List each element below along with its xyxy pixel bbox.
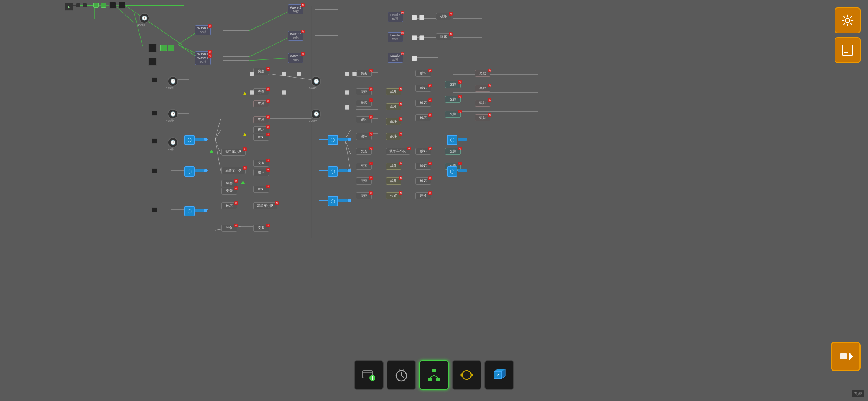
- action-zhuxi-1[interactable]: 突袭 肉: [253, 68, 269, 75]
- action-pojun-1[interactable]: 破坏 肉: [436, 13, 451, 20]
- action-pohuai-m4[interactable]: 破坏 肉: [253, 186, 269, 193]
- action-jiaohuan-1[interactable]: 交换 肉: [445, 81, 461, 88]
- action-pohuai-fr2[interactable]: 破坏 肉: [415, 85, 431, 92]
- action-jiaohuan-2[interactable]: 交换 肉: [445, 96, 461, 103]
- action-jiangli-fr2[interactable]: 奖励 肉: [475, 85, 490, 92]
- action-zhandou-r3[interactable]: 战斗 肉: [386, 118, 401, 125]
- cube-3[interactable]: ⬡: [184, 206, 195, 216]
- watermark-text: 九游: [854, 391, 862, 396]
- action-zhandou-rl1[interactable]: 战斗 肉: [386, 163, 401, 170]
- action-zhuxi-rr2[interactable]: 突袭 肉: [356, 163, 372, 170]
- action-jiangli-2[interactable]: 奖励 肉: [253, 116, 269, 123]
- action-pohuai-r3[interactable]: 破坏 肉: [356, 133, 372, 140]
- cube-2[interactable]: ⬡: [184, 166, 195, 177]
- action-zhuxi-rr3[interactable]: 突袭 肉: [356, 177, 372, 185]
- action-pojun-2[interactable]: 破坏 肉: [436, 33, 451, 40]
- action-zhandou-rl3[interactable]: 位置 肉: [386, 192, 401, 199]
- action-zhuxi-5[interactable]: 突袭 肉: [221, 188, 237, 195]
- action-zhandou-r4[interactable]: 战斗 肉: [386, 133, 401, 140]
- svg-marker-84: [460, 373, 462, 377]
- toolbar-add-button[interactable]: [354, 360, 384, 390]
- action-pohuai-rfl2[interactable]: 破坏 肉: [415, 163, 431, 170]
- wave2-box-1[interactable]: Wave 2 40秒 肉: [288, 4, 303, 14]
- action-right-button[interactable]: [831, 342, 861, 371]
- action-pohuai-rfl1[interactable]: 破坏 肉: [415, 148, 431, 155]
- blue-bar-connector-2: [204, 169, 207, 172]
- action-weizhuang-1[interactable]: 武装车小队 肉: [221, 167, 246, 174]
- action-pohuai-r2[interactable]: 破坏 肉: [356, 116, 372, 123]
- notes-button[interactable]: [835, 37, 861, 63]
- zhuxi-red-4: 肉: [234, 179, 238, 183]
- action-pohuai-rfl3[interactable]: 破坏 肉: [415, 177, 431, 185]
- wave2-box-3[interactable]: Wave 2 50秒 肉: [288, 53, 303, 63]
- action-pohuai-r1[interactable]: 破坏 肉: [356, 100, 372, 107]
- cube-far-right-2[interactable]: ⬡: [447, 166, 457, 177]
- action-zhanzheng-1[interactable]: 战争 肉: [221, 225, 237, 232]
- action-zhandou-rl2[interactable]: 战斗 肉: [386, 177, 401, 185]
- pohuai-fr3: 破坏: [420, 101, 427, 105]
- wave2-box-2[interactable]: Wave 2 60秒 肉: [288, 31, 303, 41]
- cube-far-right-1[interactable]: ⬡: [447, 135, 457, 145]
- zhuxi-rrd-r3: 肉: [369, 176, 373, 180]
- action-zhuxi-3[interactable]: 突袭 肉: [253, 160, 269, 167]
- action-pohuai-m3[interactable]: 破坏 肉: [253, 169, 269, 176]
- cube-right-3[interactable]: ⬡: [328, 196, 338, 206]
- action-zhuxi-rr4[interactable]: 突袭 肉: [356, 192, 372, 199]
- svg-rect-79: [436, 378, 440, 381]
- zhuxi-rr1: 突袭: [361, 149, 367, 153]
- action-zhuxi-r2[interactable]: 突袭 肉: [356, 88, 372, 95]
- action-jiangli-fr3[interactable]: 奖励 肉: [475, 100, 490, 107]
- zhuxi-red-6: 肉: [266, 224, 270, 227]
- leader-box-1[interactable]: Leader 50秒 肉: [388, 12, 403, 22]
- action-zhuxi-r1[interactable]: 突袭 肉: [356, 70, 372, 77]
- action-zhuangjia-r1[interactable]: 装甲车小队 肉: [386, 148, 410, 155]
- action-jiaohuan-3[interactable]: 交换 肉: [445, 111, 461, 118]
- leader-box-3[interactable]: Leader 50秒 肉: [388, 53, 403, 63]
- pohuai-red-m3: 肉: [266, 168, 270, 172]
- action-pohuai-m5[interactable]: 破坏 肉: [221, 202, 237, 209]
- toolbar-refresh-button[interactable]: [452, 360, 481, 390]
- pohuai-red-m5: 肉: [234, 201, 238, 205]
- wave1-box-3[interactable]: Wave 1 50秒 肉: [195, 55, 211, 65]
- action-zhuxi-6[interactable]: 突袭 肉: [253, 225, 269, 232]
- action-weizhuang-2[interactable]: 武装车小队 肉: [253, 202, 277, 209]
- bn-2: [152, 111, 157, 116]
- action-jiangli-fr4[interactable]: 奖励 肉: [475, 114, 490, 121]
- play-button[interactable]: ▶: [65, 3, 73, 11]
- white-node-r1: [412, 15, 417, 20]
- action-pohuai-m2[interactable]: 破坏 肉: [253, 134, 269, 141]
- watermark: 九游: [852, 390, 864, 397]
- cube-right-2[interactable]: ⬡: [328, 166, 338, 177]
- action-pohuai-fr3[interactable]: 破坏 肉: [415, 100, 431, 107]
- action-zhandou-r2[interactable]: 战斗 肉: [386, 103, 401, 110]
- settings-button[interactable]: [835, 7, 861, 33]
- cube-1[interactable]: ⬡: [184, 135, 195, 145]
- node-sq2: [83, 3, 87, 7]
- action-jianshe-1[interactable]: 建设 肉: [415, 192, 431, 199]
- pohuai-fr2: 破坏: [420, 86, 427, 90]
- toolbar-connect-button[interactable]: [419, 360, 449, 390]
- right-panel: [835, 7, 861, 63]
- action-jiangli-1[interactable]: 奖励 肉: [253, 100, 269, 107]
- zhandou-r3: 战斗: [390, 120, 397, 123]
- jiaohuan-rd-2: 肉: [458, 95, 462, 98]
- toolbar-cube-button[interactable]: ?: [484, 360, 514, 390]
- svg-line-82: [434, 375, 438, 378]
- leader-box-2[interactable]: Leader 50秒 肉: [388, 32, 403, 42]
- action-zhuxi-2[interactable]: 突袭 肉: [253, 88, 269, 95]
- action-zhandou-r1[interactable]: 战斗 肉: [386, 88, 401, 95]
- wave1-box-1[interactable]: Wave 1 60秒 肉: [195, 25, 211, 35]
- action-jiaohuan-l1[interactable]: 交换 肉: [445, 148, 461, 155]
- pohuai-label-m1: 破坏: [258, 128, 264, 131]
- blue-bar-r2: [338, 169, 348, 172]
- cube-right-1[interactable]: ⬡: [328, 135, 338, 145]
- wave1-label-1: Wave 1: [197, 26, 208, 30]
- action-pohuai-fr4[interactable]: 破坏 肉: [415, 114, 431, 121]
- pohuai-rd-r3: 肉: [369, 132, 373, 136]
- toolbar-timer-button[interactable]: [387, 360, 416, 390]
- action-jiangli-fr1[interactable]: 奖励 肉: [475, 70, 490, 77]
- action-zhuxi-rr1[interactable]: 突袭 肉: [356, 148, 372, 155]
- action-pohuai-fr1[interactable]: 破坏 肉: [415, 70, 431, 77]
- zhuxi-label-1: 突袭: [258, 69, 264, 73]
- action-zhuangjia-1[interactable]: 装甲车小队 肉: [221, 149, 246, 156]
